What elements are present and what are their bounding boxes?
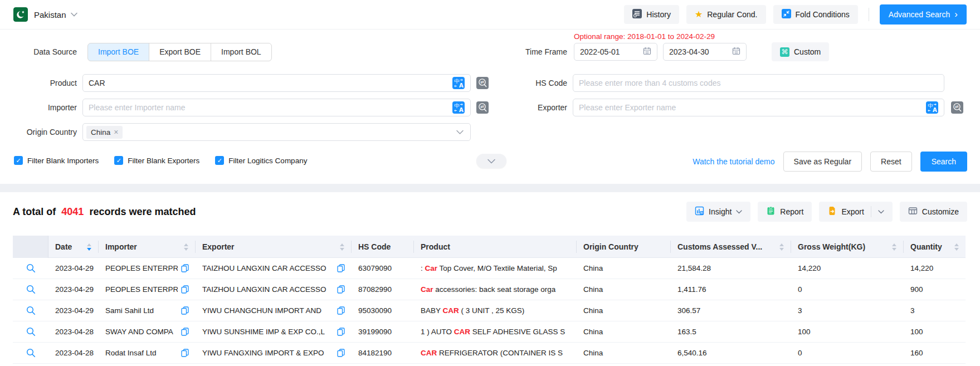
copy-icon[interactable] [337, 264, 345, 272]
checkbox-checked-icon: ✓ [14, 156, 23, 165]
view-detail-icon[interactable] [26, 327, 36, 336]
product-keyword: CAR [443, 306, 459, 315]
customs-value-cell: 21,584.28 [671, 264, 791, 272]
copy-icon[interactable] [337, 328, 345, 336]
sort-arrows[interactable] [779, 243, 784, 251]
translate-icon[interactable]: 中A [926, 101, 938, 114]
date-start-field[interactable]: 2022-05-01 [574, 43, 657, 61]
copy-icon[interactable] [181, 285, 189, 294]
search-button[interactable]: Search [920, 152, 967, 172]
sort-arrows[interactable] [340, 243, 344, 251]
copy-icon[interactable] [181, 264, 189, 272]
search-form: Data Source Import BOE Export BOE Import… [0, 30, 980, 184]
header-detail-column [13, 236, 48, 258]
copy-icon[interactable] [181, 349, 189, 357]
custom-label: Custom [794, 47, 821, 56]
collapse-form-button[interactable] [476, 154, 506, 168]
customize-icon [908, 206, 918, 217]
country-selector-label[interactable]: Pakistan [34, 10, 66, 19]
header-label: Customs Assessed V... [677, 241, 762, 253]
view-detail-icon[interactable] [26, 263, 36, 273]
export-button[interactable]: Export [819, 202, 892, 222]
regular-cond-button[interactable]: ★ Regular Cond. [686, 5, 766, 24]
custom-range-button[interactable]: ⌘ Custom [772, 42, 829, 61]
tutorial-demo-link[interactable]: Watch the tutorial demo [693, 157, 774, 166]
translate-icon[interactable]: 中A [452, 101, 465, 114]
chevron-down-icon[interactable] [71, 12, 77, 17]
copy-icon[interactable] [337, 285, 345, 294]
fold-conditions-button[interactable]: Fold Conditions [773, 5, 858, 24]
header-gross-weight[interactable]: Gross Weight(KG) [791, 241, 904, 253]
importer-cell: Rodat Insaf Ltd [99, 349, 196, 357]
customize-button[interactable]: Customize [900, 202, 967, 222]
insight-label: Insight [709, 207, 732, 216]
total-count: 4041 [61, 206, 84, 218]
sort-arrows[interactable] [892, 243, 896, 251]
sort-down-icon [954, 248, 959, 251]
importer-cell: PEOPLES ENTERPR [99, 285, 196, 294]
report-button[interactable]: Report [758, 202, 812, 222]
synonym-search-icon[interactable]: ⇄ [951, 101, 963, 114]
view-detail-icon[interactable] [26, 306, 36, 315]
quantity-cell: 100 [904, 328, 966, 336]
header-date[interactable]: Date [48, 241, 99, 253]
history-label: History [646, 10, 671, 19]
section-divider [0, 184, 980, 192]
date-end-field[interactable]: 2023-04-30 [663, 43, 747, 61]
chevron-right-icon: › [954, 9, 958, 19]
sort-arrows[interactable] [87, 243, 91, 251]
tab-import-boe[interactable]: Import BOE [87, 43, 149, 61]
product-text: SELF ADHESIVE GLASS S [470, 328, 565, 336]
header-importer[interactable]: Importer [99, 241, 196, 253]
hs-code-cell: 95030090 [352, 306, 414, 315]
insight-button[interactable]: BI Insight [686, 202, 750, 222]
exporter-cell: TAIZHOU LANGXIN CAR ACCESSO [196, 285, 352, 294]
sort-arrows[interactable] [954, 243, 959, 251]
product-keyword: Car [421, 285, 433, 294]
regular-cond-label: Regular Cond. [707, 10, 757, 19]
exporter-name: YIWU CHANGCHUN IMPORT AND [202, 306, 321, 315]
importer-cell: SWAY AND COMPA [99, 328, 196, 336]
exporter-input[interactable] [579, 103, 923, 112]
view-detail-icon[interactable] [26, 348, 36, 358]
tab-export-boe[interactable]: Export BOE [149, 43, 211, 61]
reset-button[interactable]: Reset [870, 152, 912, 172]
advanced-search-button[interactable]: Advanced Search › [880, 4, 967, 25]
origin-cell: China [577, 328, 671, 336]
product-cell: Car accessories: back seat storage orga [414, 285, 577, 294]
header-exporter[interactable]: Exporter [196, 241, 352, 253]
remove-tag-icon[interactable]: × [114, 128, 118, 136]
save-as-regular-button[interactable]: Save as Regular [783, 152, 862, 172]
star-icon: ★ [695, 10, 703, 19]
origin-country-select[interactable]: China × [82, 123, 471, 141]
country-tag: China × [86, 126, 123, 139]
fold-conditions-label: Fold Conditions [796, 10, 850, 19]
translate-icon[interactable]: 中A [452, 77, 465, 89]
importer-input[interactable] [89, 103, 449, 112]
header-quantity[interactable]: Quantity [904, 241, 966, 253]
history-button[interactable]: History [624, 5, 679, 24]
date-cell: 2023-04-29 [48, 306, 99, 315]
sort-down-icon [779, 248, 784, 251]
copy-icon[interactable] [337, 306, 345, 315]
product-input-wrap: 中A [82, 74, 471, 92]
synonym-search-icon[interactable]: ⇄ [476, 101, 489, 114]
optional-range-hint: Optional range: 2018-01-01 to 2024-02-29 [574, 32, 715, 41]
copy-icon[interactable] [181, 306, 189, 315]
product-input[interactable] [89, 79, 449, 87]
sort-arrows[interactable] [184, 243, 188, 251]
synonym-search-icon[interactable]: ⇄ [476, 77, 489, 89]
copy-icon[interactable] [181, 328, 189, 336]
filter-blank-exporters-checkbox[interactable]: ✓ Filter Blank Exporters [114, 156, 199, 165]
tab-import-bol[interactable]: Import BOL [211, 43, 272, 61]
hs-code-input[interactable] [579, 79, 938, 87]
filter-blank-importers-checkbox[interactable]: ✓ Filter Blank Importers [14, 156, 99, 165]
origin-cell: China [577, 285, 671, 294]
view-detail-icon[interactable] [26, 285, 36, 294]
sort-up-icon [340, 243, 344, 246]
header-customs-value[interactable]: Customs Assessed V... [671, 241, 791, 253]
fold-icon [782, 9, 791, 20]
exporter-input-wrap: 中A [573, 99, 944, 116]
copy-icon[interactable] [337, 349, 345, 357]
filter-logistics-company-checkbox[interactable]: ✓ Filter Logitics Company [215, 156, 307, 165]
